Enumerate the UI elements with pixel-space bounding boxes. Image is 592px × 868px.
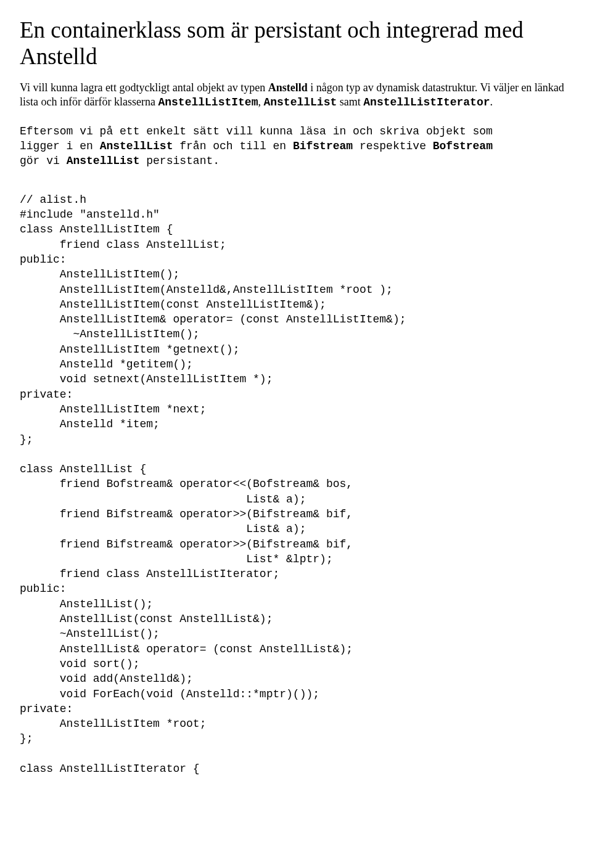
rationale-bold-bifstream: Bifstream xyxy=(293,140,353,152)
intro-mono-anstelllistitem: AnstellListItem xyxy=(158,96,258,108)
rationale-bold-anstelllist-2: AnstellList xyxy=(67,155,140,167)
intro-mono-anstelllistiterator: AnstellListIterator xyxy=(363,96,490,108)
rationale-line-3b: persistant. xyxy=(139,155,220,167)
page-title: En containerklass som är persistant och … xyxy=(20,17,572,70)
rationale-line-2a: ligger i en xyxy=(20,140,100,152)
intro-text-1: Vi vill kunna lagra ett godtyckligt anta… xyxy=(20,81,268,94)
intro-text-4: samt xyxy=(337,96,363,108)
intro-paragraph: Vi vill kunna lagra ett godtyckligt anta… xyxy=(20,81,572,110)
rationale-bold-anstelllist: AnstellList xyxy=(100,140,173,152)
intro-bold-anstelld: Anstelld xyxy=(268,81,308,94)
rationale-line-1: Eftersom vi på ett enkelt sätt vill kunn… xyxy=(20,125,493,137)
rationale-bold-bofstream: Bofstream xyxy=(433,140,493,152)
spacer xyxy=(20,181,572,192)
intro-mono-anstelllist: AnstellList xyxy=(263,96,337,108)
rationale-line-2b: från och till en xyxy=(173,140,292,152)
code-listing: // alist.h #include "anstelld.h" class A… xyxy=(20,192,572,777)
rationale-line-2c: respektive xyxy=(353,140,433,152)
intro-text-5: . xyxy=(490,96,493,108)
rationale-paragraph: Eftersom vi på ett enkelt sätt vill kunn… xyxy=(20,124,572,169)
rationale-line-3a: gör vi xyxy=(20,155,67,167)
